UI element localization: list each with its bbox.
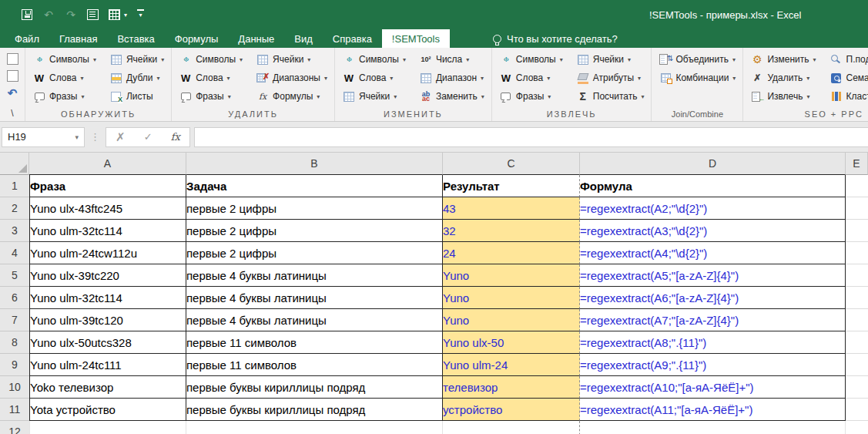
row-header-8[interactable]: 8 <box>0 331 29 354</box>
cell-A5[interactable]: Yuno ulx-39tc220 <box>29 264 186 287</box>
ribbon-button-Заменить[interactable]: Заменить▾ <box>417 87 486 106</box>
column-header-A[interactable]: A <box>29 153 186 175</box>
cell-A9[interactable]: Yuno ulm-24tc111 <box>29 354 186 376</box>
row-header-2[interactable]: 2 <box>0 197 29 220</box>
ribbon-button-Посчитать[interactable]: Посчитать▾ <box>575 87 646 106</box>
cell-C3[interactable]: 32 <box>443 220 580 242</box>
row-header-11[interactable]: 11 <box>0 399 29 421</box>
ribbon-button-Ячейки[interactable]: Ячейки▾ <box>575 50 646 69</box>
cell-E4[interactable] <box>846 242 868 264</box>
ribbon-button-Извлечь[interactable]: Извлечь▾ <box>749 87 817 106</box>
cell-B8[interactable]: первые 11 символов <box>186 331 443 354</box>
ribbon-button-Листы[interactable]: Листы <box>108 87 166 106</box>
name-box[interactable]: H19 ▾ <box>2 127 85 147</box>
cell-E10[interactable] <box>846 376 868 399</box>
cell-A11[interactable]: Yota устройство <box>29 399 186 421</box>
cell-B6[interactable]: первые 4 буквы латиницы <box>186 287 443 309</box>
cell-E12[interactable] <box>846 421 868 434</box>
row-header-12[interactable]: 12 <box>0 421 29 434</box>
cell-B7[interactable]: первые 4 буквы латиницы <box>186 309 443 331</box>
cell-D10[interactable]: =regexextract(A10;"[а-яА-ЯёЁ]+") <box>580 376 846 399</box>
checkbox-icon[interactable] <box>7 70 18 82</box>
ribbon-button-Ячейки[interactable]: Ячейки▾ <box>108 50 166 69</box>
ribbon-button-Дубли[interactable]: Дубли▾ <box>108 69 166 87</box>
ribbon-tab-Формулы[interactable]: Формулы <box>165 29 229 48</box>
enter-icon[interactable]: ✓ <box>144 131 152 143</box>
ribbon-button-Слова[interactable]: Слова▾ <box>31 69 98 87</box>
cell-A8[interactable]: Yuno ulx-50utcs328 <box>29 331 186 354</box>
cell-C2[interactable]: 43 <box>443 197 580 220</box>
cell-B10[interactable]: первые буквы кириллицы подряд <box>186 376 443 399</box>
cell-A1[interactable]: Фраза <box>29 175 186 197</box>
ribbon-button-Символы[interactable]: Символы▾ <box>498 50 565 69</box>
cell-D12[interactable] <box>580 421 846 434</box>
ribbon-button-Символы[interactable]: Символы▾ <box>177 50 244 69</box>
cell-E6[interactable] <box>846 287 868 309</box>
cell-A7[interactable]: Yuno ulm-39tc120 <box>29 309 186 331</box>
ribbon-button-Символы[interactable]: Символы▾ <box>31 50 98 69</box>
ribbon-button-Фразы[interactable]: Фразы▾ <box>177 87 244 106</box>
ribbon-button-Диапазон[interactable]: Диапазон▾ <box>417 69 486 87</box>
cell-E5[interactable] <box>846 264 868 287</box>
formula-input[interactable] <box>194 127 868 147</box>
cell-B12[interactable] <box>186 421 443 434</box>
ribbon-tab-Вид[interactable]: Вид <box>284 29 323 48</box>
cell-C9[interactable]: Yuno ulm-24 <box>443 354 580 376</box>
cell-B2[interactable]: первые 2 цифры <box>186 197 443 220</box>
customize-qat-icon[interactable] <box>137 9 144 20</box>
cell-A2[interactable]: Yuno ulx-43ftc245 <box>29 197 186 220</box>
cell-C4[interactable]: 24 <box>443 242 580 264</box>
cell-D3[interactable]: =regexextract(A3;"\d{2}") <box>580 220 846 242</box>
ribbon-button-Слова[interactable]: Слова▾ <box>177 69 244 87</box>
cell-B5[interactable]: первые 4 буквы латиницы <box>186 264 443 287</box>
cell-A12[interactable] <box>29 421 186 434</box>
column-header-B[interactable]: B <box>186 153 443 175</box>
cell-C8[interactable]: Yuno ulx-50 <box>443 331 580 354</box>
ribbon-button-Объединить[interactable]: Объединить▾ <box>657 50 737 69</box>
chevron-down-icon[interactable]: ▾ <box>75 133 79 141</box>
cell-D4[interactable]: =regexextract(A4;"\d{2}") <box>580 242 846 264</box>
ribbon-tab-Справка[interactable]: Справка <box>323 29 382 48</box>
ribbon-button-Семант.анализ[interactable]: Семант.анализ▾ <box>828 69 868 87</box>
cell-E9[interactable] <box>846 354 868 376</box>
ribbon-button-Комбинации[interactable]: Комбинации▾ <box>657 69 737 87</box>
cell-C12[interactable] <box>443 421 580 434</box>
select-all-corner[interactable] <box>0 153 29 175</box>
ribbon-button-Изменить[interactable]: Изменить▾ <box>749 50 817 69</box>
ribbon-button-Числа[interactable]: Числа▾ <box>417 50 486 69</box>
cell-D7[interactable]: =regexextract(A7;"[a-zA-Z]{4}") <box>580 309 846 331</box>
cell-E1[interactable] <box>846 175 868 197</box>
row-header-6[interactable]: 6 <box>0 287 29 309</box>
cell-A6[interactable]: Yuno ulm-32tc114 <box>29 287 186 309</box>
cell-E7[interactable] <box>846 309 868 331</box>
ribbon-tab-Данные[interactable]: Данные <box>228 29 284 48</box>
qat-table-icon[interactable] <box>109 9 120 20</box>
cell-B1[interactable]: Задача <box>186 175 443 197</box>
cell-D1[interactable]: Формула <box>580 175 846 197</box>
row-header-7[interactable]: 7 <box>0 309 29 331</box>
ribbon-tab-!SEMTools[interactable]: !SEMTools <box>382 29 450 48</box>
ribbon-tab-Главная[interactable]: Главная <box>49 29 107 48</box>
cell-C11[interactable]: устройство <box>443 399 580 421</box>
cell-E11[interactable] <box>846 399 868 421</box>
tell-me-box[interactable]: Что вы хотите сделать? <box>493 29 618 48</box>
cell-C5[interactable]: Yuno <box>443 264 580 287</box>
cell-B3[interactable]: первые 2 цифры <box>186 220 443 242</box>
ribbon-tab-Вставка[interactable]: Вставка <box>107 29 164 48</box>
ribbon-tab-Файл[interactable]: Файл <box>5 29 49 48</box>
cell-D9[interactable]: =regexextract(A9;".{11}") <box>580 354 846 376</box>
cell-C10[interactable]: телевизор <box>443 376 580 399</box>
row-header-3[interactable]: 3 <box>0 220 29 242</box>
row-header-4[interactable]: 4 <box>0 242 29 264</box>
column-header-C[interactable]: C <box>443 153 580 175</box>
ribbon-button-П.подсказки[interactable]: П.подсказки▾ <box>828 50 868 69</box>
undo-icon[interactable] <box>42 8 55 21</box>
cell-E3[interactable] <box>846 220 868 242</box>
ribbon-button-Атрибуты[interactable]: Атрибуты▾ <box>575 69 646 87</box>
cell-D11[interactable]: =regexextract(A11;"[а-яА-ЯёЁ]+") <box>580 399 846 421</box>
ribbon-button-Ячейки[interactable]: Ячейки▾ <box>340 87 407 106</box>
cell-C6[interactable]: Yuno <box>443 287 580 309</box>
cell-E2[interactable] <box>846 197 868 220</box>
qat-list-icon[interactable] <box>87 9 99 20</box>
cancel-icon[interactable]: ✗ <box>116 130 126 144</box>
